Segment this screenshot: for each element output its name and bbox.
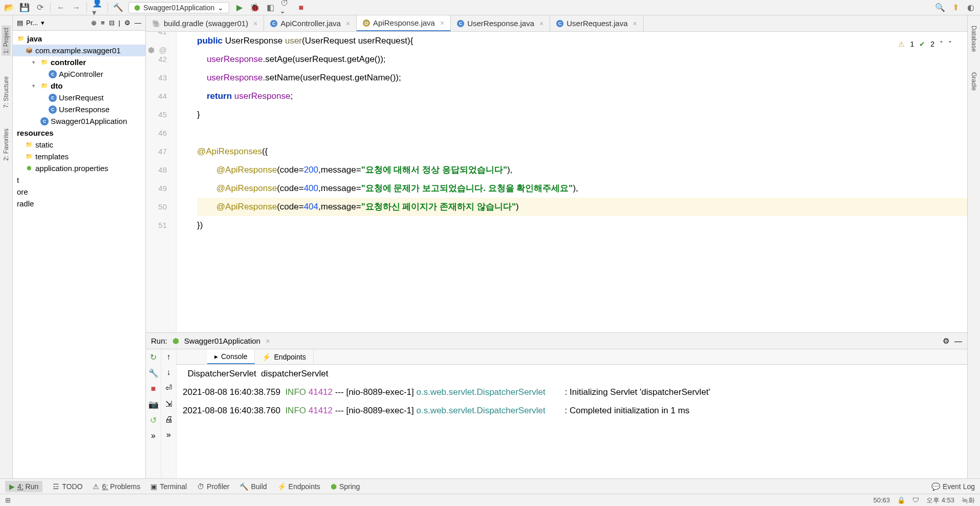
- project-panel: ▤ Pr... ▾ ⊕ ≡ ⊟ | ⚙ — 📁java 📦com.example…: [13, 15, 146, 478]
- close-icon[interactable]: ×: [440, 19, 444, 27]
- chevron-up-icon[interactable]: ˄: [940, 35, 943, 53]
- close-icon[interactable]: ×: [266, 336, 270, 345]
- terminal-tool-button[interactable]: ▣Terminal: [150, 482, 187, 491]
- minimize-icon[interactable]: —: [135, 19, 141, 27]
- run-config-label: Swagger01Application: [143, 4, 214, 12]
- tree-folder-dto[interactable]: ▾📁dto: [13, 80, 145, 92]
- run-tool-button[interactable]: ▶4: Run: [5, 481, 42, 492]
- gradle-tool-button[interactable]: Gradle: [970, 72, 977, 91]
- profiler-icon: ⏱: [197, 482, 204, 491]
- target-icon[interactable]: ⊕: [91, 19, 97, 27]
- tree-folder-resources[interactable]: resources: [13, 127, 145, 139]
- tree-class-userrequest[interactable]: CUserRequest: [13, 92, 145, 103]
- close-icon[interactable]: ×: [633, 19, 637, 28]
- back-icon[interactable]: ←: [56, 3, 66, 13]
- build-tool-button[interactable]: 🔨Build: [239, 482, 267, 491]
- editor-body[interactable]: 41 ⬢ @ 42 43 44 45 46 47 48 49 50 51 ⚠1 …: [146, 32, 967, 332]
- save-icon[interactable]: 💾: [19, 3, 30, 13]
- todo-tool-button[interactable]: ☲TODO: [53, 482, 82, 491]
- tab-userresponse[interactable]: CUserResponse.java×: [451, 15, 550, 31]
- gear-icon[interactable]: ⚙: [943, 336, 949, 346]
- tree-folder-java[interactable]: 📁java: [13, 33, 145, 45]
- chevron-down-icon: ▾: [32, 83, 38, 89]
- wrench-icon[interactable]: 🔧: [148, 368, 159, 378]
- tree-class-apicontroller[interactable]: CApiController: [13, 68, 145, 80]
- structure-tool-button[interactable]: 7: Structure: [3, 76, 10, 108]
- tree-file-appprops[interactable]: ⬢application.properties: [13, 162, 145, 174]
- tree-class-swaggerapp[interactable]: CSwagger01Application: [13, 115, 145, 127]
- console-line: 2021-08-08 16:40:38.760 INFO 41412 --- […: [183, 402, 961, 420]
- database-tool-button[interactable]: Database: [970, 26, 977, 52]
- update-icon[interactable]: ⬆: [950, 3, 961, 13]
- tab-apicontroller[interactable]: CApiController.java×: [264, 15, 357, 31]
- problems-tool-button[interactable]: ⚠6: Problems: [93, 482, 140, 491]
- tree-item[interactable]: t: [13, 174, 145, 186]
- tree-package[interactable]: 📦com.example.swagger01: [13, 45, 145, 56]
- admin-icon[interactable]: 🛡: [912, 496, 919, 504]
- minimize-icon[interactable]: —: [954, 336, 962, 346]
- left-tool-bar: 1: Project 7: Structure 2: Favorites: [0, 15, 13, 478]
- down-icon[interactable]: ↓: [167, 368, 171, 377]
- ide-icon[interactable]: ◐: [966, 3, 976, 13]
- project-tool-button[interactable]: 1: Project: [2, 26, 11, 56]
- favorites-tool-button[interactable]: 2: Favorites: [3, 129, 10, 161]
- console-output[interactable]: DispatcherServlet dispatcherServlet 2021…: [177, 365, 967, 478]
- tree-folder-templates[interactable]: 📁templates: [13, 151, 145, 162]
- tab-build-gradle[interactable]: 🐘build.gradle (swagger01)×: [146, 15, 264, 31]
- tab-apiresponse[interactable]: @ApiResponse.java×: [357, 15, 451, 31]
- code-line: }): [197, 216, 967, 235]
- chevron-down-icon[interactable]: ˅: [948, 35, 952, 53]
- tab-userrequest[interactable]: CUserRequest.java×: [550, 15, 643, 31]
- project-view-label[interactable]: Pr...: [26, 19, 38, 27]
- wrap-icon[interactable]: ⏎: [165, 383, 172, 393]
- endpoints-tool-button[interactable]: ⚡Endpoints: [277, 482, 320, 491]
- restart-icon[interactable]: ↺: [150, 415, 157, 425]
- forward-icon[interactable]: →: [71, 3, 81, 13]
- open-icon[interactable]: 📂: [4, 3, 14, 13]
- sync-icon[interactable]: ⟳: [35, 3, 45, 13]
- close-icon[interactable]: ×: [253, 19, 257, 28]
- user-icon[interactable]: 👤▾: [92, 3, 102, 13]
- stop-icon[interactable]: ■: [296, 3, 306, 13]
- print-icon[interactable]: 🖨: [165, 415, 173, 424]
- debug-icon[interactable]: 🐞: [250, 3, 260, 13]
- collapse-icon[interactable]: ⊟: [109, 19, 115, 27]
- tree-class-userresponse[interactable]: CUserResponse: [13, 103, 145, 115]
- tree-item[interactable]: ore: [13, 186, 145, 198]
- close-icon[interactable]: ×: [346, 19, 350, 28]
- endpoints-tab[interactable]: ⚡Endpoints: [255, 349, 313, 364]
- stop-icon[interactable]: ■: [151, 384, 156, 393]
- warning-badge: ⚠: [898, 35, 905, 53]
- separator: [86, 3, 87, 13]
- up-icon[interactable]: ↑: [167, 352, 171, 362]
- windows-icon[interactable]: ⊞: [5, 496, 11, 504]
- hammer-icon[interactable]: 🔨: [113, 3, 123, 13]
- profile-icon[interactable]: ⏱▾: [280, 3, 291, 13]
- more-icon[interactable]: »: [166, 430, 171, 439]
- play-run-icon[interactable]: ▶: [234, 3, 245, 13]
- expand-icon[interactable]: ≡: [101, 19, 105, 27]
- spring-tool-button[interactable]: ⬢Spring: [331, 482, 360, 491]
- camera-icon[interactable]: 📷: [148, 399, 159, 409]
- more-icon[interactable]: »: [151, 431, 156, 440]
- search-icon[interactable]: 🔍: [935, 3, 945, 13]
- tree-item[interactable]: radle: [13, 198, 145, 209]
- tree-folder-controller[interactable]: ▾📁controller: [13, 56, 145, 68]
- lock-icon[interactable]: 🔒: [897, 496, 905, 504]
- coverage-icon[interactable]: ◧: [265, 3, 275, 13]
- profiler-tool-button[interactable]: ⏱Profiler: [197, 482, 229, 491]
- event-log-button[interactable]: 💬Event Log: [931, 482, 975, 491]
- run-panel-header: Run: ⬢ Swagger01Application × ⚙ —: [146, 333, 967, 349]
- code-content[interactable]: ⚠1 ✔2 ˄ ˅ public UserResponse user(UserR…: [177, 32, 967, 332]
- run-configuration-selector[interactable]: ⬢ Swagger01Application ⌄: [128, 2, 229, 13]
- gear-icon[interactable]: ⚙: [124, 19, 130, 27]
- project-tree[interactable]: 📁java 📦com.example.swagger01 ▾📁controlle…: [13, 31, 145, 478]
- rerun-icon[interactable]: ↻: [150, 352, 157, 362]
- inspection-status[interactable]: ⚠1 ✔2 ˄ ˅: [898, 35, 952, 53]
- tree-folder-static[interactable]: 📁static: [13, 139, 145, 151]
- tab-label: ApiResponse.java: [373, 18, 435, 27]
- scroll-icon[interactable]: ⇲: [165, 399, 172, 409]
- right-tool-bar: Database Gradle: [967, 15, 980, 478]
- console-tab[interactable]: ▸Console: [207, 349, 255, 364]
- close-icon[interactable]: ×: [539, 19, 543, 28]
